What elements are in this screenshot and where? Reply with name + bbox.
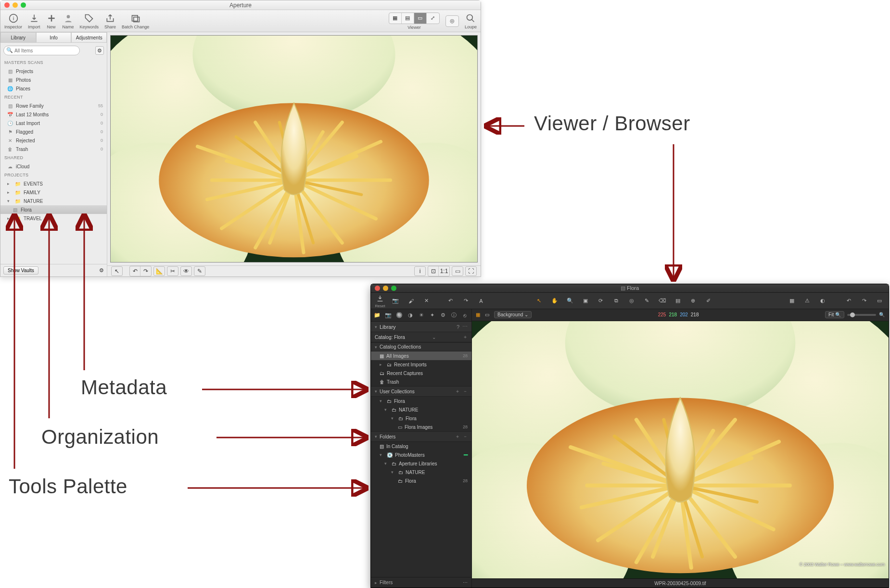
annotation-arrows [0, 0, 890, 588]
